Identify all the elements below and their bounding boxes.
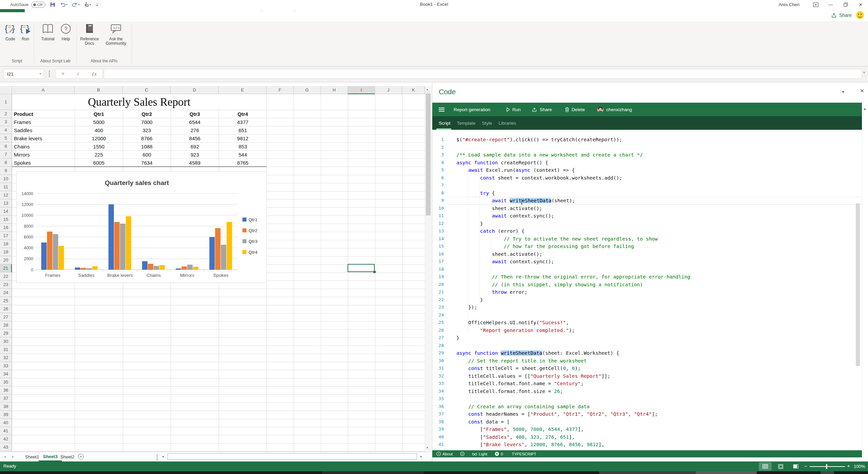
tab-scroll-handle[interactable] [157, 454, 158, 460]
row-header-8[interactable]: 8 [0, 159, 12, 167]
close-button[interactable]: × [853, 0, 868, 9]
code-line-24[interactable]: 24 [432, 311, 862, 319]
customize-qat-icon[interactable]: —▾ [96, 3, 99, 6]
editor-tab-script[interactable]: Script [439, 121, 451, 126]
code-line-3[interactable]: 3/** Load sample data into a new workshe… [432, 151, 862, 159]
row-header-15[interactable]: 15 [0, 215, 12, 224]
pane-dropdown-icon[interactable]: ▼ [841, 90, 845, 94]
code-line-21[interactable]: 21 throw error; [432, 288, 862, 296]
cell-value[interactable]: 692 [171, 142, 219, 150]
column-header-i[interactable]: I [348, 86, 375, 94]
row-header-28[interactable]: 28 [0, 321, 12, 329]
sheet-nav-next-icon[interactable]: ▸ [12, 455, 14, 458]
row-header-26[interactable]: 26 [0, 305, 12, 313]
column-header-e[interactable]: E [219, 86, 267, 94]
row-header-39[interactable]: 39 [0, 411, 12, 419]
error-count-button[interactable]: 0 [495, 452, 503, 456]
column-header-h[interactable]: H [321, 86, 348, 94]
redo-dropdown-icon[interactable]: ▾ [78, 3, 80, 6]
cell-value[interactable]: 8765 [219, 159, 267, 167]
row-header-18[interactable]: 18 [0, 240, 12, 248]
column-header-j[interactable]: J [375, 86, 402, 94]
cell-product[interactable]: Chains [14, 142, 73, 150]
normal-view-button[interactable] [759, 462, 772, 471]
code-line-14[interactable]: 14 // Try to activate the new sheet rega… [432, 235, 862, 243]
ribbon-display-options-icon[interactable] [808, 0, 823, 9]
row-header-38[interactable]: 38 [0, 403, 12, 411]
column-header-d[interactable]: D [171, 86, 219, 94]
column-header-k[interactable]: K [402, 86, 425, 94]
row-header-22[interactable]: 22 [0, 272, 12, 281]
code-line-8[interactable]: 8 try { [432, 189, 862, 197]
cell-qtr-header[interactable]: Qtr3 [171, 110, 219, 118]
undo-button[interactable]: ▾ [60, 2, 67, 7]
theme-toggle-button[interactable]: Light [472, 452, 487, 456]
column-header-g[interactable]: G [294, 86, 321, 94]
scroll-down-icon[interactable]: ▾ [427, 446, 428, 449]
cell-value[interactable]: 6005 [75, 159, 123, 167]
code-line-35[interactable]: 35 [432, 395, 862, 403]
zoom-slider-track[interactable] [810, 466, 845, 467]
hscroll-left-icon[interactable]: ◂ [162, 455, 164, 458]
sales-chart[interactable]: 02000400060008000100001200014000FramesSa… [16, 171, 267, 283]
cell-value[interactable]: 5000 [75, 118, 123, 126]
cell-product[interactable]: Mirrors [14, 150, 73, 159]
cell-qtr-header[interactable]: Qtr4 [219, 110, 267, 118]
formula-input[interactable] [104, 69, 862, 79]
code-line-18[interactable]: 18 [432, 266, 862, 273]
zoom-level[interactable]: 100% [854, 464, 865, 469]
share-snippet-button[interactable]: Share [532, 107, 552, 112]
row-header-9[interactable]: 9 [0, 167, 12, 175]
row-header-23[interactable]: 23 [0, 281, 12, 289]
code-line-41[interactable]: 41 ["Brake levers", 12000, 8766, 8456, 9… [432, 441, 862, 449]
row-header-43[interactable]: 43 [0, 443, 12, 451]
select-all-corner[interactable] [0, 86, 12, 94]
row-header-5[interactable]: 5 [0, 134, 12, 142]
code-line-9[interactable]: 9 await writeSheetData(sheet); [432, 197, 862, 205]
code-line-6[interactable]: 6 const sheet = context.workbook.workshe… [432, 174, 862, 182]
code-line-25[interactable]: 25 OfficeHelpers.UI.notify("Sucess!", [432, 319, 862, 327]
code-line-11[interactable]: 11 await context.sync(); [432, 212, 862, 220]
cell-product[interactable]: Saddles [14, 126, 73, 134]
code-line-2[interactable]: 2 [432, 144, 862, 151]
autosave-toggle[interactable]: Off [31, 2, 45, 8]
name-box-dropdown-icon[interactable]: ▾ [39, 72, 44, 76]
selected-cell[interactable] [348, 264, 375, 272]
code-line-16[interactable]: 16 sheet.activate(); [432, 250, 862, 258]
row-header-25[interactable]: 25 [0, 297, 12, 305]
code-line-1[interactable]: 1$("#create-report").click(() => tryCatc… [432, 136, 862, 144]
code-line-32[interactable]: 32 titleCell.values = [["Quarterly Sales… [432, 372, 862, 380]
row-header-1[interactable]: 1 [0, 94, 12, 110]
cell-value[interactable]: 923 [171, 150, 219, 159]
row-header-3[interactable]: 3 [0, 118, 12, 126]
code-line-12[interactable]: 12 } [432, 220, 862, 228]
row-header-27[interactable]: 27 [0, 313, 12, 321]
ribbon-button-reference-docs[interactable]: ReferenceDocs [77, 23, 102, 46]
feedback-smiley-icon[interactable] [856, 11, 864, 19]
cell-product[interactable]: Spokes [14, 159, 73, 167]
cell-value[interactable]: 7000 [123, 118, 171, 126]
cell-value[interactable]: 8456 [171, 134, 219, 142]
restore-button[interactable] [838, 0, 853, 9]
zoom-slider-thumb[interactable] [826, 464, 827, 469]
code-line-27[interactable]: 27} [432, 334, 862, 342]
code-line-19[interactable]: 19 // Then re-throw the original error, … [432, 273, 862, 281]
code-line-4[interactable]: 4async function createReport() { [432, 159, 862, 167]
row-header-6[interactable]: 6 [0, 142, 12, 150]
row-header-34[interactable]: 34 [0, 370, 12, 378]
horizontal-scroll-thumb[interactable] [167, 453, 417, 460]
delete-snippet-button[interactable]: Delete [565, 107, 585, 112]
cell-value[interactable]: 1550 [75, 142, 123, 150]
row-header-35[interactable]: 35 [0, 378, 12, 386]
row-header-12[interactable]: 12 [0, 191, 12, 199]
code-line-37[interactable]: 37 const headerNames = ["Product", "Qtr1… [432, 410, 862, 418]
row-header-29[interactable]: 29 [0, 329, 12, 337]
code-line-38[interactable]: 38 const data = [ [432, 418, 862, 426]
account-button[interactable]: chenxizhang [597, 106, 632, 113]
touch-mouse-mode-button[interactable]: ▾ [84, 2, 91, 7]
cell-value[interactable]: 225 [75, 150, 123, 159]
code-line-36[interactable]: 36 // Create an array containing sample … [432, 403, 862, 411]
about-button[interactable]: About [436, 452, 453, 456]
zoom-in-button[interactable]: + [847, 463, 850, 469]
name-box[interactable]: I21 ▾ [3, 69, 44, 79]
